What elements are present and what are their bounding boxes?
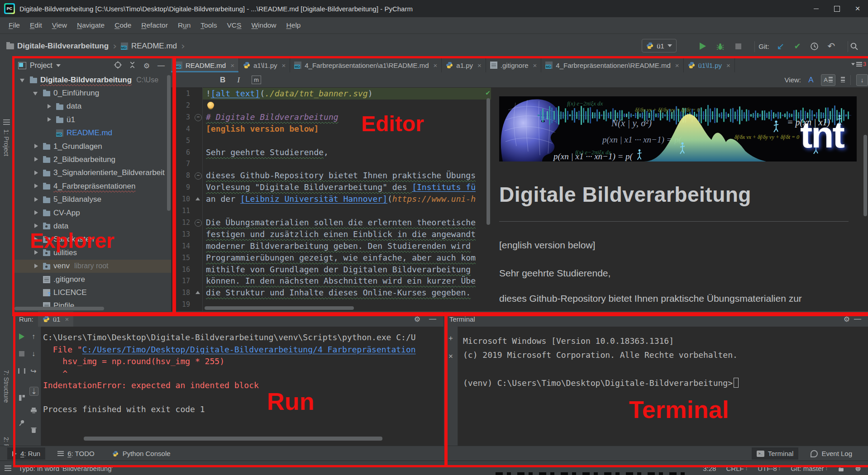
- run-tab[interactable]: ü1 ×: [38, 311, 73, 327]
- git-commit-icon[interactable]: ✔: [792, 40, 803, 52]
- tree-item-0-einführung[interactable]: 0_Einführung: [14, 86, 171, 100]
- caret-position[interactable]: 3:28: [703, 465, 716, 472]
- tab-a1-l1.py[interactable]: a1\l1.py×: [239, 58, 290, 72]
- code-link[interactable]: [alt text]: [211, 89, 260, 98]
- tree-expand-arrow-icon[interactable]: [32, 142, 40, 150]
- debug-button[interactable]: [714, 40, 726, 52]
- tree-item-ü1[interactable]: ü1: [14, 113, 171, 126]
- editor-and-preview-view-icon[interactable]: A: [821, 74, 835, 86]
- close-button[interactable]: ×: [847, 0, 868, 17]
- editor-vertical-scrollbar[interactable]: [486, 98, 490, 225]
- menu-help[interactable]: Help: [281, 21, 306, 29]
- tab-4-farbrepräsentationen-a1-readme.md[interactable]: 4_Farbrepräsentationen\a1\README.md×: [290, 58, 442, 72]
- run-configuration-selector[interactable]: ü1: [642, 39, 677, 52]
- breadcrumb-file[interactable]: README.md: [121, 42, 177, 51]
- console-horizontal-scrollbar[interactable]: [84, 437, 382, 441]
- tree-item-venv[interactable]: venvlibrary root: [14, 260, 171, 273]
- tree-expand-arrow-icon[interactable]: [32, 169, 40, 177]
- tree-item-4-farbrepräsentationen[interactable]: 4_Farbrepräsentationen: [14, 180, 171, 193]
- tab-.gitignore[interactable]: .gitignore×: [486, 58, 541, 72]
- pin-icon[interactable]: [18, 418, 26, 427]
- close-icon[interactable]: ×: [434, 62, 438, 69]
- tree-item-readme.md[interactable]: README.md: [14, 127, 171, 140]
- toolwindow-button-4-run[interactable]: 4: Run: [7, 447, 45, 460]
- menu-edit[interactable]: Edit: [25, 21, 47, 29]
- editor-only-view-icon[interactable]: A: [806, 75, 816, 86]
- tree-item-sandkasten[interactable]: Sandkasten: [14, 233, 171, 246]
- maximize-button[interactable]: [826, 0, 847, 17]
- tree-item-data[interactable]: data: [14, 100, 171, 113]
- code-link[interactable]: [Leibniz Universität Hannover]: [240, 194, 387, 204]
- close-icon[interactable]: ×: [533, 62, 537, 69]
- line-separator-selector[interactable]: CRLF↕: [726, 465, 748, 472]
- intention-bulb-icon[interactable]: [207, 102, 214, 109]
- preview-only-view-icon[interactable]: [841, 75, 845, 86]
- locate-icon[interactable]: [112, 61, 123, 71]
- hidden-tabs-dropdown[interactable]: 3: [851, 61, 866, 67]
- menu-view[interactable]: View: [47, 21, 72, 29]
- tree-item-cv-app[interactable]: CV-App: [14, 206, 171, 219]
- tree-expand-arrow-icon[interactable]: [32, 209, 40, 217]
- menu-file[interactable]: File: [4, 21, 25, 29]
- collapse-all-icon[interactable]: [127, 61, 138, 71]
- close-icon[interactable]: ×: [282, 62, 286, 69]
- tree-expand-arrow-icon[interactable]: [32, 262, 40, 270]
- project-horizontal-scrollbar[interactable]: [14, 307, 104, 310]
- print-icon[interactable]: [29, 406, 38, 414]
- run-button[interactable]: [697, 40, 709, 52]
- code-link[interactable]: [Instituts fü: [412, 182, 476, 192]
- tab-4-farbrepräsentationen-readme.md[interactable]: 4_Farbrepräsentationen\README.md×: [541, 58, 683, 72]
- restore-layout-icon[interactable]: [18, 394, 26, 402]
- fold-marker-icon[interactable]: [195, 290, 201, 296]
- menu-code[interactable]: Code: [110, 21, 136, 29]
- toolwindow-switcher-icon[interactable]: [5, 466, 11, 471]
- new-session-icon[interactable]: +: [444, 334, 458, 343]
- minimize-button[interactable]: [806, 0, 826, 17]
- toolwindow-button-python-console[interactable]: Python Console: [107, 447, 176, 460]
- close-icon[interactable]: ×: [675, 62, 679, 69]
- stripe-project[interactable]: 1: Project: [3, 129, 10, 156]
- bold-button[interactable]: B: [220, 76, 225, 85]
- project-vertical-scrollbar[interactable]: [167, 75, 171, 211]
- fold-marker-icon[interactable]: −: [195, 219, 202, 227]
- gear-icon[interactable]: ⚙: [841, 315, 852, 323]
- rerun-button[interactable]: [18, 332, 26, 341]
- toolwindow-button-terminal[interactable]: >_Terminal: [752, 447, 799, 460]
- italic-button[interactable]: I: [237, 76, 240, 85]
- tree-item-5-bildanalyse[interactable]: 5_Bildanalyse: [14, 193, 171, 206]
- tree-item-.gitignore[interactable]: .gitignore: [14, 273, 171, 286]
- scroll-to-end-icon[interactable]: ⇣: [29, 387, 38, 396]
- stop-button[interactable]: [18, 350, 26, 358]
- tab-readme.md[interactable]: README.md×: [171, 58, 239, 72]
- menu-navigate[interactable]: Navigate: [72, 21, 110, 29]
- rollback-icon[interactable]: ↶: [825, 40, 837, 52]
- close-session-icon[interactable]: ×: [444, 352, 458, 361]
- hide-panel-icon[interactable]: —: [427, 315, 438, 323]
- close-icon[interactable]: ×: [65, 315, 69, 323]
- tab-a1.py[interactable]: a1.py×: [442, 58, 486, 72]
- menu-run[interactable]: Run: [173, 21, 196, 29]
- fold-marker-icon[interactable]: −: [195, 114, 202, 121]
- tree-item-data[interactable]: data: [14, 219, 171, 233]
- menu-refactor[interactable]: Refactor: [136, 21, 173, 29]
- console-link[interactable]: C:/Users/Timo/Desktop/Digitale-Bildverar…: [82, 345, 416, 354]
- preview-vertical-scrollbar[interactable]: [863, 135, 867, 216]
- tree-expand-arrow-icon[interactable]: [32, 249, 40, 256]
- tree-expand-arrow-icon[interactable]: [45, 116, 53, 124]
- history-icon[interactable]: [808, 40, 820, 52]
- tree-expand-arrow-icon[interactable]: [32, 236, 40, 243]
- inspection-profile-icon[interactable]: [854, 465, 862, 472]
- gear-icon[interactable]: ⚙: [141, 62, 152, 70]
- menu-vcs[interactable]: VCS: [222, 21, 247, 29]
- tree-expand-arrow-icon[interactable]: [32, 196, 40, 204]
- menu-window[interactable]: Window: [246, 21, 281, 29]
- stripe-structure[interactable]: 7: Structure: [3, 370, 10, 403]
- inspections-ok-icon[interactable]: ✔: [486, 88, 490, 97]
- fold-marker-icon[interactable]: −: [195, 172, 202, 180]
- editor-horizontal-scrollbar[interactable]: [205, 306, 354, 310]
- tree-item-3-signalorientierte-bildverarbeit[interactable]: 3_Signalorientierte_Bildverarbeit: [14, 166, 171, 180]
- readonly-lock-icon[interactable]: [838, 465, 844, 472]
- tree-expand-arrow-icon[interactable]: [32, 182, 40, 190]
- breadcrumb-project[interactable]: Digitale-Bildverarbeitung: [6, 42, 109, 51]
- close-icon[interactable]: ×: [726, 62, 730, 69]
